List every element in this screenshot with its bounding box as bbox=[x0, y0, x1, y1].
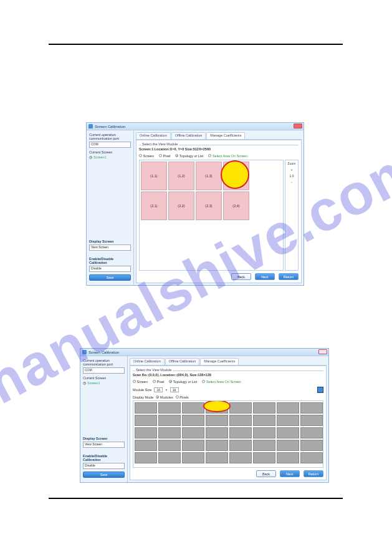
save-button[interactable]: Save bbox=[83, 472, 125, 478]
grid-cell[interactable] bbox=[229, 415, 252, 426]
enable-select[interactable]: Disable bbox=[83, 463, 125, 469]
grid-cell[interactable]: (1,2) bbox=[168, 162, 194, 190]
tab-online[interactable]: Online Calibration bbox=[136, 132, 171, 139]
grid-cell[interactable] bbox=[206, 452, 228, 463]
grid-cell[interactable] bbox=[229, 440, 252, 451]
grid-cell[interactable] bbox=[253, 452, 275, 463]
grid-cell[interactable] bbox=[300, 440, 323, 451]
grid-cell[interactable] bbox=[135, 440, 157, 451]
radio-topology[interactable]: Topology or List bbox=[175, 154, 203, 158]
module-width-input[interactable]: 16 bbox=[154, 387, 163, 392]
save-button[interactable]: Save bbox=[89, 274, 131, 281]
radio-icon bbox=[176, 395, 179, 399]
titlebar[interactable]: Screen Calibration bbox=[87, 123, 304, 130]
mode-modules[interactable]: Modules bbox=[156, 395, 173, 399]
left-panel: Current operation communication port COM… bbox=[87, 130, 134, 285]
tab-online[interactable]: Online Calibration bbox=[130, 358, 165, 365]
grid-cell[interactable] bbox=[182, 440, 204, 451]
close-icon[interactable] bbox=[294, 124, 302, 128]
grid-cell[interactable] bbox=[206, 440, 228, 451]
grid-cell[interactable]: (1,3) bbox=[196, 162, 222, 190]
zoom-plus-icon[interactable]: + bbox=[291, 168, 293, 172]
screen-radio[interactable]: Screen1 bbox=[83, 381, 125, 385]
grid-cell[interactable] bbox=[158, 402, 181, 414]
grid-cell[interactable] bbox=[277, 415, 299, 426]
grid-cell[interactable] bbox=[182, 452, 204, 463]
radio-pixel[interactable]: Pixel bbox=[153, 380, 164, 384]
radio-row: Screen Pixel Topology or List Select Are… bbox=[133, 380, 323, 384]
display-select[interactable]: View Screen bbox=[83, 442, 125, 448]
close-icon[interactable] bbox=[318, 349, 327, 354]
grid-cell[interactable] bbox=[229, 452, 252, 463]
grid-cell[interactable] bbox=[158, 427, 181, 438]
grid-cell[interactable]: (2,4) bbox=[223, 191, 249, 220]
grid-cell[interactable] bbox=[277, 440, 299, 451]
radio-screen[interactable]: Screen bbox=[139, 154, 154, 158]
grid-cell[interactable]: (2,3) bbox=[196, 191, 222, 220]
grid-cell[interactable] bbox=[182, 415, 204, 426]
grid-cell[interactable] bbox=[277, 402, 299, 414]
grid-cell[interactable] bbox=[253, 427, 275, 438]
grid-cell[interactable] bbox=[135, 452, 157, 463]
next-button[interactable]: Next bbox=[255, 273, 275, 280]
left-panel: Current operation communication port COM… bbox=[80, 356, 128, 482]
grid-cell[interactable] bbox=[158, 440, 181, 451]
enable-select[interactable]: Disable bbox=[89, 266, 131, 272]
grid-cell[interactable] bbox=[229, 427, 252, 438]
grid-cell[interactable] bbox=[158, 452, 181, 463]
grid-cell[interactable] bbox=[300, 402, 323, 414]
grid-cell[interactable] bbox=[182, 402, 204, 414]
grid-cell[interactable] bbox=[135, 427, 157, 438]
fieldset: Select the View Module bbox=[139, 145, 299, 145]
radio-select-area[interactable]: Select Area On Screen bbox=[202, 380, 241, 384]
display-select[interactable]: View Screen bbox=[89, 245, 131, 251]
grid-cell[interactable]: (1,1) bbox=[141, 162, 167, 190]
radio-icon bbox=[139, 154, 142, 157]
grid-area-2[interactable] bbox=[133, 400, 323, 468]
back-button[interactable]: Back bbox=[256, 470, 276, 477]
radio-screen[interactable]: Screen bbox=[133, 380, 148, 384]
tab-row: Online Calibration Offline Calibration M… bbox=[136, 132, 302, 140]
current-screen-label: Current Screen bbox=[83, 376, 125, 380]
tab-offline[interactable]: Offline Calibration bbox=[165, 358, 200, 365]
grid-cell[interactable] bbox=[277, 427, 299, 438]
port-select[interactable]: COM bbox=[83, 367, 125, 374]
grid-cell[interactable] bbox=[158, 415, 181, 426]
tab-manage[interactable]: Manage Coefficients bbox=[200, 358, 239, 365]
tab-offline[interactable]: Offline Calibration bbox=[171, 132, 206, 139]
grid-cell[interactable]: (2,1) bbox=[141, 191, 167, 220]
titlebar[interactable]: Screen Calibration bbox=[80, 349, 328, 356]
screen-radio[interactable]: Screen1 bbox=[89, 155, 131, 159]
grid-cell[interactable] bbox=[135, 402, 157, 414]
mode-pixels[interactable]: Pixels bbox=[176, 395, 189, 399]
grid-cell[interactable] bbox=[300, 452, 323, 463]
grid-cell[interactable] bbox=[135, 415, 157, 426]
radio-topology[interactable]: Topology or List bbox=[169, 380, 197, 384]
back-button[interactable]: Back bbox=[231, 273, 251, 280]
port-select[interactable]: COM bbox=[89, 142, 131, 148]
apply-icon[interactable] bbox=[317, 387, 323, 393]
grid-cell[interactable] bbox=[182, 427, 204, 438]
module-height-input[interactable]: 16 bbox=[170, 387, 179, 392]
return-button[interactable]: Return bbox=[304, 470, 323, 477]
grid-cell[interactable] bbox=[229, 402, 252, 414]
grid-cell[interactable] bbox=[253, 440, 275, 451]
grid-area[interactable]: (1,1) (1,2) (1,3) (1,4) (2,1) (2,2) (2,3… bbox=[139, 160, 284, 271]
next-button[interactable]: Next bbox=[280, 470, 300, 477]
grid-cell[interactable]: (2,2) bbox=[168, 191, 194, 220]
grid-cell[interactable] bbox=[300, 415, 323, 426]
grid-cell[interactable] bbox=[253, 415, 275, 426]
return-button[interactable]: Return bbox=[279, 273, 299, 280]
zoom-minus-icon[interactable]: − bbox=[291, 180, 293, 184]
grid-cell[interactable] bbox=[206, 415, 228, 426]
grid-cell[interactable] bbox=[277, 452, 299, 463]
info-line: Screen:1 Location:X=0, Y=0 Size:512X×256… bbox=[139, 147, 299, 151]
top-rule bbox=[49, 44, 343, 45]
radio-select-area[interactable]: Select Area On Screen bbox=[208, 154, 247, 158]
grid-cell[interactable] bbox=[253, 402, 275, 414]
grid-cell[interactable] bbox=[300, 427, 323, 438]
grid-cell[interactable] bbox=[206, 427, 228, 438]
tab-manage[interactable]: Manage Coefficients bbox=[206, 132, 245, 139]
right-panel: Online Calibration Offline Calibration M… bbox=[134, 130, 304, 285]
radio-pixel[interactable]: Pixel bbox=[159, 154, 170, 158]
